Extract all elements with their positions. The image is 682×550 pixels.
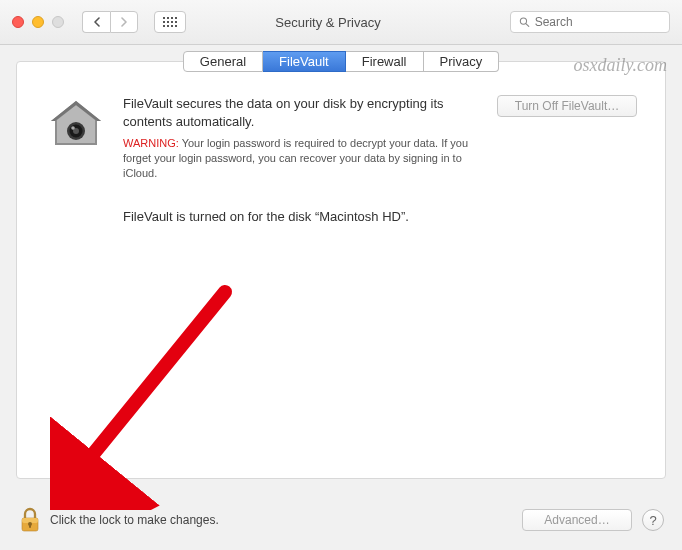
chevron-left-icon — [93, 17, 101, 27]
svg-point-0 — [520, 18, 526, 24]
filevault-icon — [45, 95, 107, 160]
tab-general[interactable]: General — [183, 51, 263, 72]
window-title: Security & Privacy — [154, 15, 502, 30]
tab-privacy[interactable]: Privacy — [424, 51, 500, 72]
svg-line-1 — [526, 24, 529, 27]
preferences-window: Security & Privacy osxdaily.com General … — [0, 0, 682, 550]
warning-label: WARNING: — [123, 137, 179, 149]
info-row: FileVault secures the data on your disk … — [45, 95, 637, 181]
advanced-button[interactable]: Advanced… — [522, 509, 632, 531]
svg-rect-12 — [29, 524, 31, 528]
tab-bar: General FileVault Firewall Privacy — [17, 51, 665, 72]
search-field[interactable] — [510, 11, 670, 33]
content-area: General FileVault Firewall Privacy — [0, 45, 682, 495]
minimize-window-button[interactable] — [32, 16, 44, 28]
lock-hint-text: Click the lock to make changes. — [50, 513, 219, 527]
close-window-button[interactable] — [12, 16, 24, 28]
svg-point-8 — [71, 126, 75, 130]
tab-firewall[interactable]: Firewall — [346, 51, 424, 72]
forward-button[interactable] — [110, 11, 138, 33]
description-text: FileVault secures the data on your disk … — [123, 95, 481, 130]
footer-bar: Click the lock to make changes. Advanced… — [0, 496, 682, 550]
filevault-pane: FileVault secures the data on your disk … — [17, 83, 665, 236]
titlebar: Security & Privacy — [0, 0, 682, 45]
tab-filevault[interactable]: FileVault — [263, 51, 346, 72]
help-button[interactable]: ? — [642, 509, 664, 531]
window-controls — [12, 16, 64, 28]
description-block: FileVault secures the data on your disk … — [123, 95, 481, 181]
filevault-status: FileVault is turned on for the disk “Mac… — [123, 209, 637, 224]
turn-off-filevault-button[interactable]: Turn Off FileVault… — [497, 95, 637, 117]
settings-panel: General FileVault Firewall Privacy — [16, 61, 666, 479]
warning-text: WARNING: Your login password is required… — [123, 136, 481, 181]
search-icon — [519, 16, 530, 28]
chevron-right-icon — [120, 17, 128, 27]
nav-buttons — [82, 11, 138, 33]
lock-icon — [18, 506, 42, 534]
search-input[interactable] — [535, 15, 661, 29]
back-button[interactable] — [82, 11, 110, 33]
lock-toggle[interactable]: Click the lock to make changes. — [18, 506, 219, 534]
zoom-window-button — [52, 16, 64, 28]
